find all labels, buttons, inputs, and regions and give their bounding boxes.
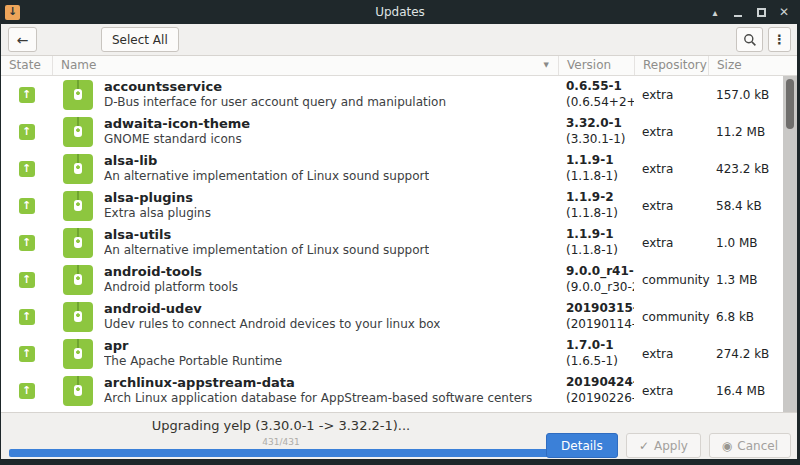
minimize-icon — [734, 15, 742, 17]
repository-cell: extra — [634, 347, 708, 361]
shade-button[interactable]: ▴ — [708, 5, 722, 19]
version-cell: 3.32.0-1 (3.30.1-1) — [558, 116, 634, 147]
state-cell: ↑ — [1, 235, 52, 251]
menu-button[interactable]: ⋮ — [768, 27, 791, 52]
version-old: (1.1.8-1) — [566, 206, 634, 222]
status-bar: Upgrading yelp (3.30.0-1 -> 3.32.2-1)...… — [1, 412, 797, 459]
table-row[interactable]: ↑ adwaita-icon-theme GNOME standard icon… — [1, 113, 783, 150]
size-cell: 58.4 kB — [708, 199, 783, 213]
repository-cell: community — [634, 273, 708, 287]
package-description: Udev rules to connect Android devices to… — [104, 317, 440, 332]
package-list: ↑ accountsservice D-Bus interface for us… — [1, 76, 783, 409]
upgrade-arrow-icon: ↑ — [19, 235, 35, 251]
name-cell: accountsservice D-Bus interface for user… — [52, 79, 558, 110]
updates-window: ↓ Updates ▴ ✕ ← Select All ⋮ State Name▼… — [0, 0, 800, 465]
version-old: (0.6.54+2+g2 — [566, 95, 634, 111]
back-button[interactable]: ← — [8, 27, 37, 52]
search-button[interactable] — [736, 27, 763, 52]
upgrade-arrow-icon: ↑ — [19, 309, 35, 325]
status-message: Upgrading yelp (3.30.0-1 -> 3.32.2-1)... — [1, 418, 561, 433]
version-new: 20190424-1 — [566, 375, 634, 391]
package-icon — [63, 376, 93, 406]
column-header-size[interactable]: Size — [708, 56, 797, 75]
package-icon — [63, 117, 93, 147]
package-name: android-udev — [104, 301, 440, 317]
column-header-name[interactable]: Name▼ — [52, 56, 558, 75]
state-cell: ↑ — [1, 309, 52, 325]
upgrade-arrow-icon: ↑ — [19, 124, 35, 140]
column-header-version[interactable]: Version — [558, 56, 634, 75]
table-row[interactable]: ↑ accountsservice D-Bus interface for us… — [1, 76, 783, 113]
package-icon — [63, 228, 93, 258]
repository-cell: extra — [634, 125, 708, 139]
progress-count: 431/431 — [1, 437, 561, 447]
version-new: 3.32.0-1 — [566, 116, 634, 132]
table-header: State Name▼ Version Repository Size — [1, 56, 797, 76]
version-new: 1.1.9-1 — [566, 227, 634, 243]
size-cell: 1.0 MB — [708, 236, 783, 250]
package-name: android-tools — [104, 264, 238, 280]
table-row[interactable]: ↑ android-tools Android platform tools 9… — [1, 261, 783, 298]
version-cell: 20190424-1 (20190226-1) — [558, 375, 634, 406]
window-title: Updates — [0, 5, 800, 19]
apply-button[interactable]: ✓ Apply — [626, 433, 701, 458]
table-row[interactable]: ↑ android-udev Udev rules to connect And… — [1, 298, 783, 335]
table-row[interactable]: ↑ apr The Apache Portable Runtime 1.7.0-… — [1, 335, 783, 372]
name-cell: alsa-plugins Extra alsa plugins — [52, 190, 558, 221]
table-row[interactable]: ↑ alsa-lib An alternative implementation… — [1, 150, 783, 187]
name-cell: android-udev Udev rules to connect Andro… — [52, 301, 558, 332]
state-cell: ↑ — [1, 198, 52, 214]
cancel-button[interactable]: ◉ Cancel — [709, 433, 791, 458]
version-cell: 1.1.9-2 (1.1.8-1) — [558, 190, 634, 221]
table-row[interactable]: ↑ alsa-utils An alternative implementati… — [1, 224, 783, 261]
package-icon — [63, 191, 93, 221]
select-all-button[interactable]: Select All — [101, 27, 179, 52]
repository-cell: extra — [634, 199, 708, 213]
version-cell: 1.1.9-1 (1.1.8-1) — [558, 227, 634, 258]
progress-bar — [9, 449, 561, 457]
vertical-dots-icon: ⋮ — [773, 32, 786, 47]
package-description: An alternative implementation of Linux s… — [104, 169, 429, 184]
column-header-state[interactable]: State — [1, 56, 52, 75]
scrollbar-thumb[interactable] — [786, 79, 794, 129]
upgrade-arrow-icon: ↑ — [19, 346, 35, 362]
upgrade-arrow-icon: ↑ — [19, 272, 35, 288]
column-header-repository[interactable]: Repository — [634, 56, 708, 75]
cancel-label: Cancel — [737, 439, 778, 453]
version-old: (20190226-1) — [566, 391, 634, 407]
version-cell: 0.6.55-1 (0.6.54+2+g2 — [558, 79, 634, 110]
table-row[interactable]: ↑ alsa-plugins Extra alsa plugins 1.1.9-… — [1, 187, 783, 224]
upgrade-arrow-icon: ↑ — [19, 383, 35, 399]
name-cell: alsa-utils An alternative implementation… — [52, 227, 558, 258]
toolbar: ← Select All ⋮ — [1, 24, 797, 56]
repository-cell: extra — [634, 384, 708, 398]
state-cell: ↑ — [1, 272, 52, 288]
package-name: apr — [104, 338, 282, 354]
maximize-button[interactable] — [754, 5, 768, 19]
upgrade-arrow-icon: ↑ — [19, 198, 35, 214]
repository-cell: extra — [634, 88, 708, 102]
package-name: accountsservice — [104, 79, 446, 95]
package-icon — [63, 265, 93, 295]
table-row[interactable]: ↑ archlinux-appstream-data Arch Linux ap… — [1, 372, 783, 409]
minimize-button[interactable] — [731, 5, 745, 19]
size-cell: 274.2 kB — [708, 347, 783, 361]
size-cell: 157.0 kB — [708, 88, 783, 102]
window-bottom-border — [0, 459, 800, 465]
repository-cell: extra — [634, 162, 708, 176]
package-icon — [63, 302, 93, 332]
package-name: alsa-lib — [104, 153, 429, 169]
version-old: (20190114-1) — [566, 317, 634, 333]
window-controls: ▴ ✕ — [708, 5, 800, 19]
package-icon — [63, 154, 93, 184]
version-cell: 1.7.0-1 (1.6.5-1) — [558, 338, 634, 369]
version-new: 20190315-1 — [566, 301, 634, 317]
name-cell: archlinux-appstream-data Arch Linux appl… — [52, 375, 558, 406]
size-cell: 1.3 MB — [708, 273, 783, 287]
scrollbar-track[interactable] — [783, 76, 797, 412]
close-button[interactable]: ✕ — [777, 5, 791, 19]
name-cell: android-tools Android platform tools — [52, 264, 558, 295]
details-button[interactable]: Details — [546, 433, 618, 458]
package-description: Extra alsa plugins — [104, 206, 211, 221]
state-cell: ↑ — [1, 87, 52, 103]
